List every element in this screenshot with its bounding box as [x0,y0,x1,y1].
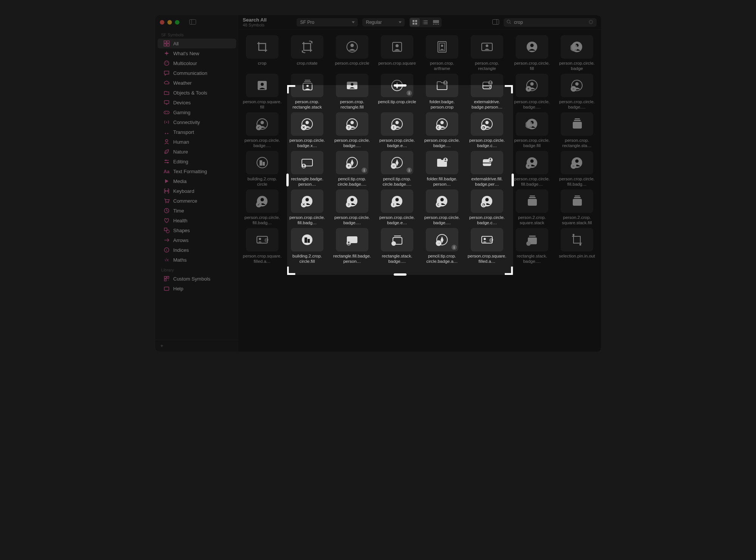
symbol-cell[interactable]: rectangle.stack.badge.… [510,226,555,264]
symbol-cell[interactable]: person.crop.rectangle.sta… [555,110,600,149]
symbol-tile[interactable] [291,228,323,251]
search-input[interactable] [513,19,586,25]
symbol-grid-scroll[interactable]: crop crop.rotate person.crop.circle pers… [238,30,601,352]
symbol-cell[interactable]: ☾ person.crop.circle.badge.… [420,187,465,226]
symbol-cell[interactable]: ✕ person.crop.circle.fill.badg… [285,187,330,226]
list-view-button[interactable] [421,18,430,26]
minimize-dot[interactable] [167,20,172,25]
symbol-tile[interactable]: ? [336,189,368,213]
sidebar-item-indices[interactable]: 1Indices [158,245,236,255]
symbol-cell[interactable]: person.crop.square [375,33,420,71]
symbol-cell[interactable]: person.crop.circle.badge.fill [510,110,555,149]
symbol-cell[interactable]: externaldrive.badge.person… [465,71,510,110]
symbol-tile[interactable] [471,228,503,251]
symbol-tile[interactable]: + [516,151,548,174]
symbol-tile[interactable]: ! [381,189,413,213]
symbol-tile[interactable] [336,74,368,97]
symbol-cell[interactable]: person.crop.rectangle [465,33,510,71]
sidebar-item-multicolour[interactable]: Multicolour [158,58,236,68]
symbol-cell[interactable]: person.crop.circle.badge [555,33,600,71]
symbol-cell[interactable]: crop.rotate [285,33,330,71]
symbol-cell[interactable]: − person.crop.circle.badge.… [555,71,600,110]
sidebar-item-what-s-new[interactable]: What's New [158,48,236,58]
symbol-cell[interactable]: ◔ person.crop.circle.badge.c… [465,187,510,226]
symbol-cell[interactable]: person.crop.circle [330,33,375,71]
symbol-tile[interactable]: ! [381,112,413,136]
symbol-tile[interactable] [246,228,278,251]
sidebar-item-text-formatting[interactable]: AaText Formatting [158,166,236,176]
symbol-cell[interactable]: ! person.crop.circle.badge.e… [375,187,420,226]
symbol-cell[interactable]: folder.fill.badge.person… [420,149,465,187]
symbol-tile[interactable]: ✕ [291,112,323,136]
search-box[interactable] [504,18,597,27]
symbol-cell[interactable]: selection.pin.in.out [555,226,600,264]
sidebar-item-human[interactable]: Human [158,137,236,147]
symbol-tile[interactable] [291,74,323,97]
symbol-cell[interactable]: ✓ person.crop.circle.fill.badg… [240,187,285,226]
symbol-tile[interactable] [561,112,593,136]
symbol-cell[interactable]: building.2.crop.circle [240,149,285,187]
symbol-cell[interactable]: − person.crop.circle.fill.badg… [555,149,600,187]
symbol-tile[interactable]: → i [426,228,458,251]
symbol-tile[interactable] [426,74,458,97]
sidebar-item-editing[interactable]: Editing [158,157,236,166]
symbol-cell[interactable]: ? person.crop.circle.badge.… [330,110,375,149]
zoom-dot[interactable] [175,20,179,25]
sidebar-item-objects-tools[interactable]: Objects & Tools [158,88,236,98]
symbol-tile[interactable]: + [516,74,548,97]
symbol-cell[interactable]: person.crop.square.fill [240,71,285,110]
symbol-tile[interactable]: + i [336,151,368,174]
sidebar-item-nature[interactable]: Nature [158,147,236,157]
symbol-tile[interactable]: ✓ [246,112,278,136]
symbol-tile[interactable] [381,228,413,251]
symbol-cell[interactable]: crop [240,33,285,71]
symbol-tile[interactable]: ◔ [471,189,503,213]
symbol-cell[interactable]: person.2.crop.square.stack [510,187,555,226]
sidebar-item-commerce[interactable]: Commerce [158,196,236,206]
sidebar-item-custom-symbols[interactable]: +Custom Symbols [158,274,236,284]
sidebar-item-communication[interactable]: Communication [158,68,236,78]
symbol-cell[interactable]: person.crop.rectangle.stack [285,71,330,110]
symbol-cell[interactable]: person.crop.square.filled.a… [240,226,285,264]
symbol-tile[interactable] [381,35,413,59]
symbol-tile[interactable]: ☾ [426,112,458,136]
sidebar-item-arrows[interactable]: Arrows [158,235,236,245]
symbol-tile[interactable] [471,151,503,174]
symbol-tile[interactable]: ? [336,112,368,136]
sidebar-item-transport[interactable]: Transport [158,127,236,137]
sidebar-item-media[interactable]: Media [158,176,236,186]
sidebar-item-connectivity[interactable]: Connectivity [158,117,236,127]
symbol-tile[interactable]: ◔ [471,112,503,136]
sidebar-item-help[interactable]: Help [158,284,236,293]
symbol-tile[interactable] [471,74,503,97]
symbol-tile[interactable] [246,74,278,97]
symbol-tile[interactable] [516,228,548,251]
font-dropdown[interactable]: SF Pro [297,18,358,26]
sidebar-item-maths[interactable]: √xMaths [158,255,236,265]
symbol-tile[interactable] [561,189,593,213]
symbol-cell[interactable]: rectangle.fill.badge.person… [330,226,375,264]
symbol-tile[interactable]: ☾ [426,189,458,213]
close-dot[interactable] [160,20,164,25]
sidebar-item-time[interactable]: Time [158,206,236,216]
symbol-tile[interactable]: ✕ [291,189,323,213]
grid-view-button[interactable] [410,18,420,26]
symbol-cell[interactable]: ✓ person.crop.circle.badge.… [240,110,285,149]
symbol-cell[interactable]: ! person.crop.circle.badge.e… [375,110,420,149]
symbol-tile[interactable] [336,228,368,251]
symbol-tile[interactable] [516,189,548,213]
symbol-cell[interactable]: building.2.crop.circle.fill [285,226,330,264]
symbol-tile[interactable]: − [561,151,593,174]
clear-search-icon[interactable] [588,19,594,26]
symbol-tile[interactable] [426,151,458,174]
symbol-cell[interactable]: rectangle.stack.badge.… [375,226,420,264]
symbol-tile[interactable] [246,151,278,174]
symbol-tile[interactable]: − i [381,151,413,174]
symbol-cell[interactable]: person.crop.rectangle.fill [330,71,375,110]
sidebar-item-devices[interactable]: Devices [158,98,236,107]
symbol-cell[interactable]: ✕ person.crop.circle.badge.x… [285,110,330,149]
symbol-tile[interactable] [471,35,503,59]
symbol-tile[interactable] [291,151,323,174]
symbol-cell[interactable]: + i pencil.tip.crop.circle.badge.… [330,149,375,187]
symbol-cell[interactable]: person.crop.circle.fill [510,33,555,71]
